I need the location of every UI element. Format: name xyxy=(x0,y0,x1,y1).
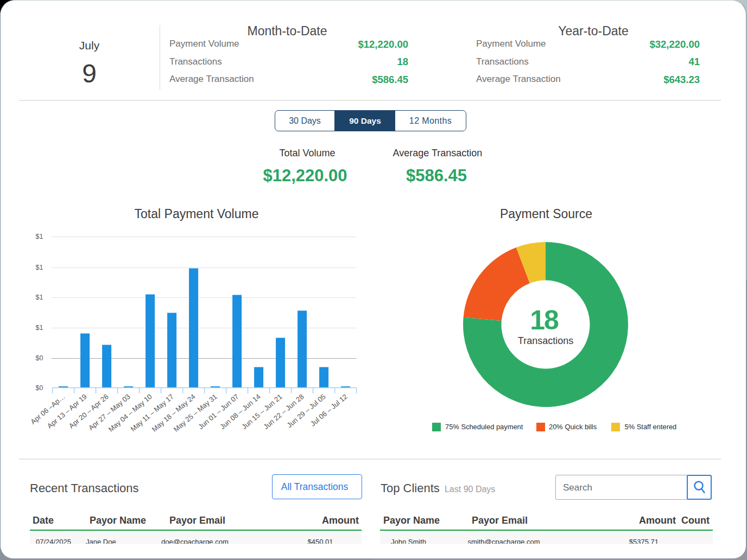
svg-text:$0: $0 xyxy=(36,384,43,392)
svg-text:$1: $1 xyxy=(36,233,43,240)
svg-text:$1: $1 xyxy=(36,294,43,301)
svg-text:$0: $0 xyxy=(36,354,43,362)
svg-text:$1: $1 xyxy=(36,264,43,271)
svg-text:$1: $1 xyxy=(36,324,43,332)
